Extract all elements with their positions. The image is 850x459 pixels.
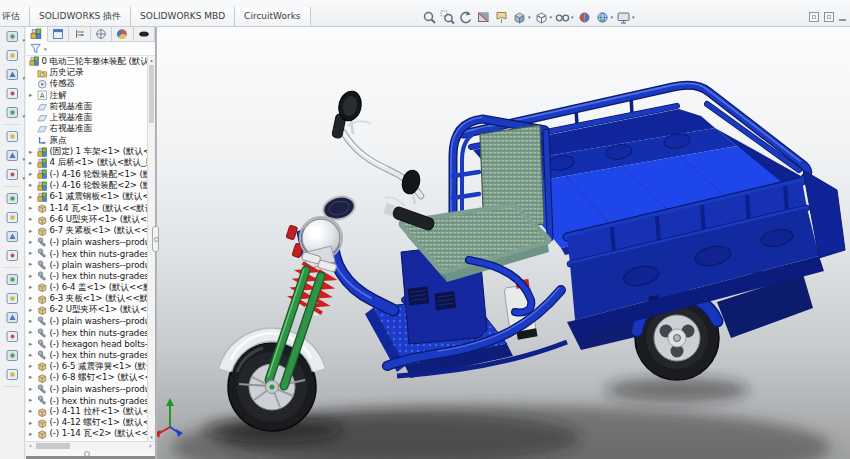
tree-item[interactable]: ▸6-6 U型夹环<1> (默认<<默认>_: [26, 214, 147, 225]
tree-item[interactable]: ▸(-) hexagon head bolts-full thre: [26, 338, 147, 349]
expand-arrow-icon[interactable]: ▸: [29, 259, 37, 270]
tree-item[interactable]: ▸6-2 U型夹环<1> (默认<<默认>_: [26, 305, 147, 316]
expand-arrow-icon[interactable]: ▸: [29, 350, 37, 361]
hide-show-items-button[interactable]: ▾: [554, 9, 575, 26]
new-motion-study-button[interactable]: [0, 189, 25, 208]
mass-properties-button[interactable]: [0, 346, 25, 365]
tree-item[interactable]: 历史记录: [26, 67, 147, 78]
dynamic-annotation-views-button[interactable]: [493, 9, 510, 26]
interference-detection-button[interactable]: [0, 270, 25, 289]
tree-horizontal-scrollbar[interactable]: ‹ ›: [26, 441, 155, 450]
tab-cam-manager[interactable]: [134, 27, 156, 42]
clearance-verification-button[interactable]: [0, 289, 25, 308]
command-tab[interactable]: 评估: [0, 7, 30, 26]
tab-propertymanager[interactable]: [48, 27, 70, 42]
expand-arrow-icon[interactable]: ▸: [29, 372, 37, 383]
expand-arrow-icon[interactable]: ▸: [29, 305, 37, 316]
linear-component-pattern-button[interactable]: ▾: [0, 65, 25, 84]
tree-item[interactable]: ▸(-) hex thin nuts-grades ab-cha: [26, 248, 147, 259]
expand-arrow-icon[interactable]: ▸: [29, 158, 37, 169]
section-view-button[interactable]: [475, 9, 492, 26]
expand-arrow-icon[interactable]: ▸: [29, 271, 37, 282]
model-electric-tricycle[interactable]: [157, 27, 850, 459]
insert-components-button[interactable]: ▾: [0, 27, 25, 46]
tree-item[interactable]: ▸(-) hex thin nuts-grades ab-cha: [26, 395, 147, 406]
tree-item[interactable]: ▸4 后桥<1> (默认<默认_显示状态-: [26, 158, 147, 169]
tree-item[interactable]: ▸(-) plain washers--product grad: [26, 384, 147, 395]
command-tab[interactable]: SOLIDWORKS 插件: [30, 7, 131, 26]
reference-geometry-button[interactable]: ▾: [0, 165, 25, 184]
expand-arrow-icon[interactable]: ▸: [29, 395, 37, 406]
tree-item[interactable]: ▸6-3 夹板<1> (默认<<默认>_显示: [26, 293, 147, 304]
bill-of-materials-button[interactable]: [0, 208, 25, 227]
tree-item[interactable]: ▸(-) 1-14 瓦<2> (默认<<默认>_显: [26, 429, 147, 440]
float-panel-button[interactable]: [809, 12, 819, 22]
tree-item[interactable]: ▸A注解: [26, 90, 147, 101]
assembly-features-button[interactable]: ▾: [0, 146, 25, 165]
command-tab[interactable]: CircuitWorks: [235, 7, 310, 26]
expand-arrow-icon[interactable]: ▸: [29, 429, 37, 440]
hole-alignment-button[interactable]: [0, 308, 25, 327]
tree-item[interactable]: ▸(-) 4-16 轮毂装配<2> (默认<默认: [26, 180, 147, 191]
tree-item[interactable]: ▸(-) 6-8 螺钉<1> (默认<<默认>_显: [26, 372, 147, 383]
edit-appearance-button[interactable]: [576, 9, 593, 26]
tree-item[interactable]: ▸(-) hex thin nuts-grades ab-cha: [26, 271, 147, 282]
tree-item[interactable]: ▸(固定) 1 车架<1> (默认<默认_显: [26, 146, 147, 157]
zoom-to-area-button[interactable]: [439, 9, 456, 26]
tab-display-manager[interactable]: [112, 27, 134, 42]
expand-arrow-icon[interactable]: ▸: [29, 214, 37, 225]
minimize-window-button[interactable]: [839, 19, 846, 21]
tree-item[interactable]: ▸1-14 瓦<1> (默认<<默认>_显示: [26, 203, 147, 214]
scroll-thumb[interactable]: [149, 65, 154, 123]
tree-item[interactable]: ▸(-) 6-4 盖<1> (默认<<默认>_显: [26, 282, 147, 293]
tab-dimxpert-manager[interactable]: [91, 27, 113, 42]
move-component-button[interactable]: ▾: [0, 103, 25, 122]
panel-splitter-handle[interactable]: [152, 226, 159, 252]
show-hidden-components-button[interactable]: [0, 127, 25, 146]
large-assembly-mode-button[interactable]: [0, 365, 25, 384]
tree-item[interactable]: ▸(-) hex thin nuts-grades ab-cha: [26, 327, 147, 338]
tree-item[interactable]: ▸(-) hex thin nuts-grades ab-cha: [26, 350, 147, 361]
scroll-left-icon[interactable]: ‹: [26, 442, 35, 450]
tree-item[interactable]: 上视基准面: [26, 112, 147, 123]
apply-scene-button[interactable]: ▾: [594, 9, 615, 26]
tree-item[interactable]: ▸(-) 6-5 减震弹簧<1> (默认<<默认: [26, 361, 147, 372]
scroll-right-icon[interactable]: ›: [146, 442, 155, 450]
expand-arrow-icon[interactable]: ▸: [29, 316, 37, 327]
expand-arrow-icon[interactable]: ▸: [29, 237, 37, 248]
expand-arrow-icon[interactable]: ▸: [29, 192, 37, 203]
expand-arrow-icon[interactable]: ▸: [29, 203, 37, 214]
tree-item[interactable]: ▸(-) 4-11 拉杆<1> (默认<<默认>_: [26, 406, 147, 417]
expand-arrow-icon[interactable]: ▸: [29, 327, 37, 338]
expand-arrow-icon[interactable]: ▸: [29, 147, 37, 158]
tree-root-item[interactable]: 0 电动三轮车整体装配 (默认<默认_显: [26, 56, 147, 67]
tree-item[interactable]: ▸(-) 4-12 螺钉<1> (默认<<默认>_: [26, 418, 147, 429]
expand-arrow-icon[interactable]: ▸: [29, 406, 37, 417]
tree-item[interactable]: ▸(-) plain washers--product grad: [26, 316, 147, 327]
scroll-down-icon[interactable]: ▾: [148, 433, 155, 441]
scroll-thumb[interactable]: [36, 443, 70, 449]
expand-arrow-icon[interactable]: ▸: [29, 293, 37, 304]
tree-item[interactable]: 原点: [26, 135, 147, 146]
scroll-up-icon[interactable]: ▴: [148, 56, 155, 64]
exploded-view-button[interactable]: [0, 227, 25, 246]
tab-configuration-manager[interactable]: [69, 27, 91, 42]
expand-arrow-icon[interactable]: ▸: [29, 282, 37, 293]
expand-arrow-icon[interactable]: ▸: [29, 169, 37, 180]
expand-arrow-icon[interactable]: ▸: [29, 361, 37, 372]
mate-button[interactable]: [0, 46, 25, 65]
previous-view-button[interactable]: [457, 9, 474, 26]
tree-item[interactable]: ▸(-) plain washers--product grad: [26, 259, 147, 270]
expand-panel-button[interactable]: [824, 12, 834, 22]
view-orientation-button[interactable]: ▾: [511, 9, 532, 26]
smart-fasteners-button[interactable]: [0, 84, 25, 103]
tree-filter[interactable]: ▾: [26, 42, 155, 56]
zoom-to-fit-button[interactable]: [421, 9, 438, 26]
expand-arrow-icon[interactable]: ▸: [29, 180, 37, 191]
display-style-button[interactable]: ▾: [533, 9, 554, 26]
expand-arrow-icon[interactable]: ▸: [29, 418, 37, 429]
tree-item[interactable]: 前视基准面: [26, 101, 147, 112]
tree-item[interactable]: ▸(-) 4-16 轮毂装配<1> (默认<默认: [26, 169, 147, 180]
expand-arrow-icon[interactable]: ▸: [29, 384, 37, 395]
expand-arrow-icon[interactable]: ▸: [29, 226, 37, 237]
